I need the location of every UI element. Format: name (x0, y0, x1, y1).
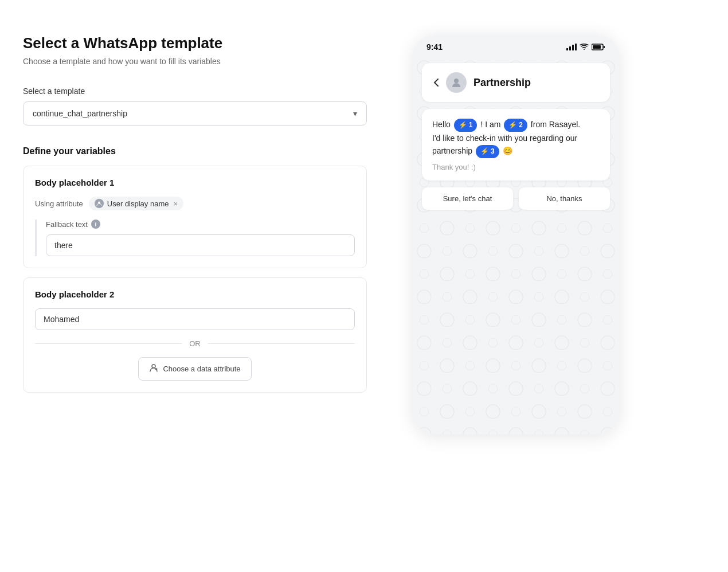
attribute-label-1: Using attribute (35, 199, 83, 208)
message-mid1: ! I am (480, 120, 503, 129)
template-dropdown[interactable]: continue_chat_partnership ▾ (23, 101, 367, 126)
action-buttons: Sure, let's chat No, thanks (422, 187, 610, 210)
chip-close-icon[interactable]: × (173, 199, 178, 208)
no-thanks-button[interactable]: No, thanks (519, 187, 610, 210)
template-dropdown-value: continue_chat_partnership (33, 109, 127, 118)
svg-rect-10 (604, 46, 605, 48)
phone-mockup-panel: 9:41 (413, 34, 619, 434)
message-bubble: Hello ⚡1 ! I am ⚡2 from Rasayel. I'd lik… (422, 109, 610, 181)
wa-header-info: Partnership (473, 77, 531, 89)
or-line-right (208, 343, 355, 344)
person-icon (149, 363, 158, 374)
placeholder-card-2: Body placeholder 2 OR Choose a data attr… (23, 277, 367, 393)
signal-icon (566, 44, 577, 50)
var-badge-2: ⚡2 (504, 119, 527, 132)
battery-icon (592, 44, 605, 50)
svg-rect-5 (569, 46, 571, 50)
choose-attribute-label: Choose a data attribute (163, 365, 240, 373)
svg-point-16 (454, 79, 459, 83)
placeholder-1-title: Body placeholder 1 (35, 178, 355, 187)
var-badge-1: ⚡1 (454, 119, 477, 132)
placeholder-2-input[interactable] (35, 308, 355, 330)
phone-mockup: 9:41 (413, 34, 619, 434)
or-text: OR (189, 339, 201, 348)
status-time: 9:41 (426, 42, 443, 52)
svg-rect-6 (572, 45, 574, 50)
or-divider: OR (35, 339, 355, 348)
fallback-input[interactable] (46, 234, 355, 256)
message-pre-var1: Hello (432, 120, 453, 129)
placeholder-card-1: Body placeholder 1 Using attribute User … (23, 166, 367, 268)
svg-rect-7 (575, 44, 577, 50)
fallback-label: Fallback text (46, 220, 88, 229)
wifi-icon (580, 44, 589, 50)
message-thank: Thank you! :) (432, 163, 600, 171)
wa-header: Partnership (422, 63, 610, 102)
attribute-chip-1[interactable]: User display name × (89, 197, 183, 210)
svg-point-1 (152, 365, 155, 368)
lightning-icon-1: ⚡ (459, 120, 467, 131)
message-text: Hello ⚡1 ! I am ⚡2 from Rasayel. I'd lik… (432, 118, 600, 158)
page-title: Select a WhatsApp template (23, 34, 367, 52)
message-emoji: 😊 (503, 146, 512, 155)
fallback-section: Fallback text i (35, 220, 355, 256)
variables-section-label: Define your variables (23, 146, 367, 156)
placeholder-2-title: Body placeholder 2 (35, 289, 355, 299)
var-badge-3: ⚡3 (476, 145, 499, 158)
lightning-icon-2: ⚡ (508, 120, 517, 131)
svg-rect-9 (593, 45, 601, 49)
status-icons (566, 44, 605, 50)
svg-rect-4 (566, 48, 568, 50)
or-line-left (35, 343, 182, 344)
sure-chat-button[interactable]: Sure, let's chat (422, 187, 513, 210)
message-mid2: from Rasayel. (531, 120, 580, 129)
choose-attribute-button[interactable]: Choose a data attribute (138, 357, 251, 381)
template-select-label: Select a template (23, 87, 367, 96)
phone-status-bar: 9:41 (413, 34, 619, 56)
wa-contact-name: Partnership (473, 77, 531, 89)
page-subtitle: Choose a template and how you want to fi… (23, 57, 367, 66)
attribute-row-1: Using attribute User display name × (35, 197, 355, 210)
info-icon: i (91, 220, 100, 229)
lightning-icon-3: ⚡ (480, 146, 489, 157)
contact-avatar (446, 72, 467, 93)
phone-chat-content: Partnership Hello ⚡1 ! I am ⚡2 (413, 56, 619, 434)
user-display-icon (95, 199, 104, 208)
chevron-down-icon: ▾ (353, 109, 357, 118)
attribute-chip-text: User display name (107, 199, 169, 208)
back-arrow-icon (433, 78, 439, 87)
